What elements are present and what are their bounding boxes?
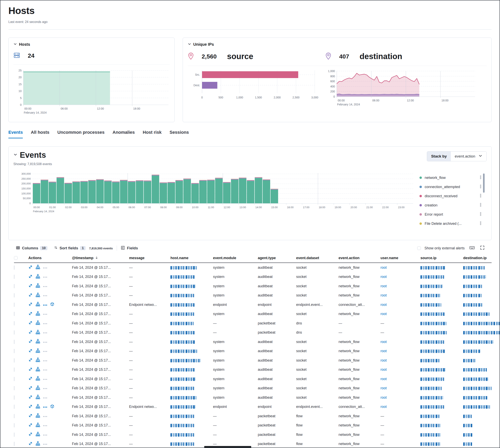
host-name-cell[interactable] — [171, 312, 213, 316]
expand-event-icon[interactable] — [28, 386, 33, 391]
legend-menu-icon[interactable] — [480, 203, 482, 208]
expand-event-icon[interactable] — [28, 441, 33, 447]
row-checkbox[interactable] — [14, 405, 14, 409]
redacted-host-name[interactable] — [171, 294, 194, 297]
expand-event-icon[interactable] — [28, 358, 33, 363]
row-checkbox[interactable] — [14, 377, 14, 381]
host-name-cell[interactable] — [171, 330, 213, 335]
redacted-destination-ip[interactable] — [463, 285, 482, 288]
endpoint-cube-icon[interactable] — [50, 404, 54, 409]
destination-ip-cell[interactable] — [463, 442, 500, 446]
row-checkbox[interactable] — [14, 442, 14, 446]
redacted-source-ip[interactable] — [420, 424, 441, 427]
legend-item[interactable]: network_flow — [419, 173, 482, 182]
redacted-source-ip[interactable] — [420, 396, 443, 400]
column-header-agenttype[interactable]: agent.type — [258, 256, 296, 260]
redacted-source-ip[interactable] — [420, 266, 445, 270]
expand-event-icon[interactable] — [28, 414, 33, 419]
user-name-link[interactable]: root — [380, 368, 387, 371]
source-ip-cell[interactable] — [420, 396, 463, 400]
chevron-down-icon[interactable] — [188, 42, 191, 47]
columns-button[interactable]: Columns 10 — [16, 246, 47, 251]
expand-event-icon[interactable] — [28, 349, 33, 354]
more-actions-icon[interactable] — [43, 349, 47, 353]
redacted-source-ip[interactable] — [420, 294, 440, 297]
redacted-host-name[interactable] — [171, 405, 196, 409]
redacted-host-name[interactable] — [171, 387, 194, 390]
user-name-link[interactable]: root — [380, 312, 387, 316]
endpoint-cube-icon[interactable] — [50, 302, 54, 307]
destination-ip-cell[interactable] — [463, 321, 500, 325]
redacted-destination-ip[interactable] — [463, 424, 472, 427]
expand-event-icon[interactable] — [28, 302, 33, 307]
legend-item[interactable]: disconnect_received — [419, 192, 482, 201]
redacted-source-ip[interactable] — [420, 275, 444, 279]
redacted-host-name[interactable] — [171, 442, 194, 446]
row-checkbox[interactable] — [14, 266, 14, 270]
host-name-cell[interactable] — [171, 423, 213, 427]
more-actions-icon[interactable] — [43, 275, 47, 279]
redacted-destination-ip[interactable] — [463, 433, 472, 437]
source-ip-cell[interactable] — [420, 414, 463, 418]
redacted-source-ip[interactable] — [420, 442, 440, 446]
redacted-destination-ip[interactable] — [463, 405, 490, 409]
redacted-destination-ip[interactable] — [463, 387, 492, 390]
source-ip-cell[interactable] — [420, 423, 463, 427]
source-ip-cell[interactable] — [420, 405, 463, 409]
analyze-event-icon[interactable] — [35, 367, 40, 372]
host-name-cell[interactable] — [171, 414, 213, 418]
analyze-event-icon[interactable] — [35, 302, 40, 307]
column-header-hostname[interactable]: host.name — [171, 256, 213, 260]
more-actions-icon[interactable] — [43, 312, 47, 316]
expand-event-icon[interactable] — [28, 423, 33, 428]
redacted-source-ip[interactable] — [420, 285, 443, 288]
user-name-link[interactable]: root — [380, 349, 387, 353]
user-name-link[interactable]: root — [380, 396, 387, 400]
analyze-event-icon[interactable] — [35, 358, 40, 363]
source-ip-cell[interactable] — [420, 293, 463, 297]
analyze-event-icon[interactable] — [35, 283, 40, 289]
source-ip-cell[interactable] — [420, 266, 463, 270]
column-header-timestamp[interactable]: @timestamp — [72, 256, 129, 260]
source-ip-cell[interactable] — [420, 433, 463, 437]
host-name-cell[interactable] — [171, 321, 213, 325]
analyze-event-icon[interactable] — [35, 413, 40, 419]
legend-menu-icon[interactable] — [480, 212, 482, 217]
redacted-host-name[interactable] — [171, 275, 194, 279]
more-actions-icon[interactable] — [43, 423, 47, 427]
redacted-destination-ip[interactable] — [463, 266, 485, 270]
destination-ip-cell[interactable] — [463, 312, 500, 316]
expand-event-icon[interactable] — [28, 311, 33, 317]
destination-ip-cell[interactable] — [463, 377, 500, 381]
source-ip-cell[interactable] — [420, 386, 463, 390]
tab-sessions[interactable]: Sessions — [170, 130, 189, 138]
chevron-down-icon[interactable] — [13, 42, 17, 47]
unique-ips-area-chart[interactable]: 02004006008001,00000:0006:0012:0018:00Fe… — [325, 69, 487, 108]
more-actions-icon[interactable] — [43, 396, 47, 400]
destination-ip-cell[interactable] — [463, 275, 500, 279]
tab-anomalies[interactable]: Anomalies — [113, 130, 135, 138]
legend-menu-icon[interactable] — [480, 194, 482, 198]
redacted-destination-ip[interactable] — [463, 303, 483, 307]
analyze-event-icon[interactable] — [35, 339, 40, 345]
legend-menu-icon[interactable] — [480, 221, 482, 225]
column-header-username[interactable]: user.name — [380, 256, 420, 260]
redacted-source-ip[interactable] — [420, 433, 441, 437]
more-actions-icon[interactable] — [43, 442, 47, 446]
destination-ip-cell[interactable] — [463, 358, 500, 363]
user-name-link[interactable]: root — [380, 358, 387, 362]
row-checkbox[interactable] — [14, 396, 14, 400]
analyze-event-icon[interactable] — [35, 265, 40, 270]
user-name-link[interactable]: root — [380, 284, 387, 288]
row-checkbox[interactable] — [14, 284, 14, 288]
redacted-destination-ip[interactable] — [463, 359, 476, 362]
source-ip-cell[interactable] — [420, 312, 463, 316]
legend-item[interactable]: connection_attempted — [419, 182, 482, 192]
redacted-destination-ip[interactable] — [463, 331, 500, 335]
user-name-link[interactable]: root — [380, 303, 387, 307]
host-name-cell[interactable] — [171, 284, 213, 288]
sort-fields-button[interactable]: Sort fields 1 — [54, 246, 86, 251]
column-header-message[interactable]: message — [129, 256, 171, 260]
redacted-destination-ip[interactable] — [463, 340, 494, 344]
source-ip-cell[interactable] — [420, 340, 463, 344]
